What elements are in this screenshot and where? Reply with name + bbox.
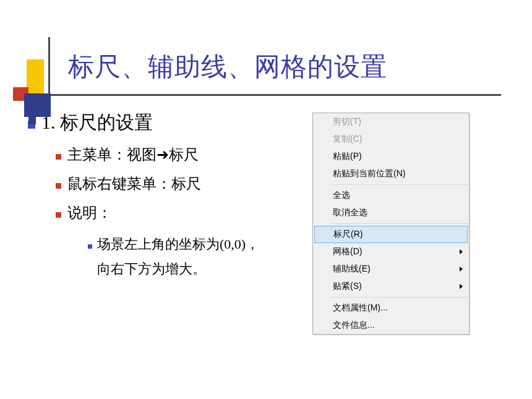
sub-text: 主菜单：视图➜标尺 [67,145,199,165]
context-menu: 剪切(T) 复制(C) 粘贴(P) 粘贴到当前位置(N) 全选 取消全选 标尺(… [312,113,470,335]
menu-item-file-info[interactable]: 文件信息... [313,317,469,334]
section-heading-text: 标尺的设置 [60,112,153,132]
menu-label: 网格(D) [333,246,362,256]
slide-title: 标尺、辅助线、网格的设置 [68,49,501,84]
slide-title-area: 标尺、辅助线、网格的设置 [68,49,501,84]
menu-separator [330,297,468,298]
sub-item: 鼠标右键菜单：标尺 [56,174,306,194]
red-bullet-icon [56,154,61,160]
sub-text: 说明： [67,203,112,223]
sub-text: 鼠标右键菜单：标尺 [67,174,201,194]
submenu-arrow-icon [460,249,463,254]
menu-item-ruler[interactable]: 标尺(R) [314,226,468,243]
nested-line1: 场景左上角的坐标为(0,0)， [97,236,259,252]
title-underline [31,94,501,96]
menu-path-suffix: 标尺 [169,147,199,163]
menu-item-deselect-all[interactable]: 取消全选 [313,204,469,221]
menu-item-cut[interactable]: 剪切(T) [313,113,469,131]
nested-list: 场景左上角的坐标为(0,0)， 向右下方为增大。 [88,232,306,281]
menu-separator [330,184,468,185]
sub-item: 主菜单：视图➜标尺 [56,145,306,165]
red-bullet-icon [56,183,61,189]
dec-yellow-rect [27,59,44,95]
menu-item-select-all[interactable]: 全选 [313,187,469,204]
slide-content: 1. 标尺的设置 主菜单：视图➜标尺 鼠标右键菜单：标尺 说明： 场景左上角的坐… [28,110,306,284]
menu-item-copy[interactable]: 复制(C) [313,131,469,148]
menu-item-paste[interactable]: 粘贴(P) [313,148,469,165]
nested-item: 场景左上角的坐标为(0,0)， 向右下方为增大。 [88,232,306,281]
slide-decoration [0,16,62,115]
menu-item-doc-properties[interactable]: 文档属性(M)... [313,299,469,317]
submenu-arrow-icon [460,267,463,272]
submenu-arrow-icon [460,284,463,289]
small-blue-bullet-icon [88,244,92,249]
section-heading: 1. 标尺的设置 [28,110,306,135]
menu-label: 贴紧(S) [333,281,362,291]
menu-path-prefix: 主菜单：视图 [67,147,157,163]
red-bullet-icon [56,212,61,218]
menu-label: 辅助线(E) [333,264,371,273]
menu-item-grid[interactable]: 网格(D) [313,243,469,260]
menu-item-guides[interactable]: 辅助线(E) [313,260,469,278]
menu-separator [330,223,468,224]
menu-item-snap[interactable]: 贴紧(S) [313,278,469,295]
menu-item-paste-in-place[interactable]: 粘贴到当前位置(N) [313,165,469,182]
sub-list: 主菜单：视图➜标尺 鼠标右键菜单：标尺 说明： 场景左上角的坐标为(0,0)， … [56,145,306,281]
arrow-icon: ➜ [157,146,169,163]
dec-small-rect [28,117,36,124]
nested-line2: 向右下方为增大。 [97,261,206,277]
nested-text: 场景左上角的坐标为(0,0)， 向右下方为增大。 [97,232,259,281]
dec-blue-rect [24,93,51,117]
sub-item: 说明： [56,203,306,223]
